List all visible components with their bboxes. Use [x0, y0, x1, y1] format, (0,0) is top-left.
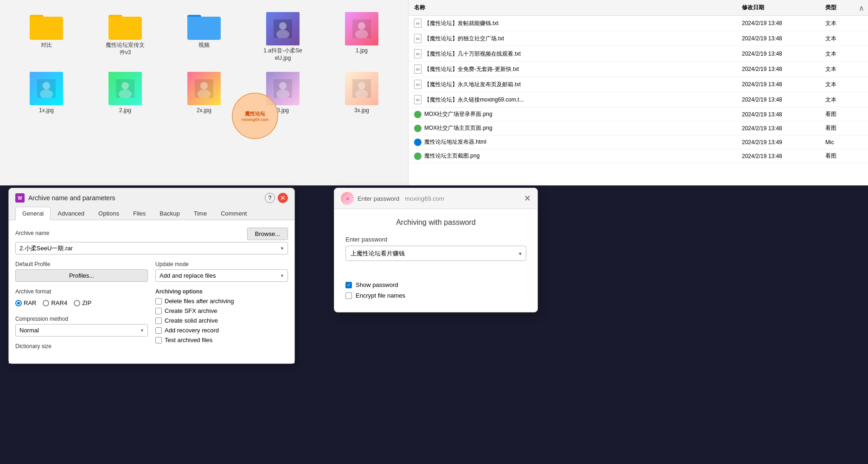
svg-point-4 [358, 22, 365, 30]
profiles-button[interactable]: Profiles... [15, 269, 148, 282]
col-header-name: 名称 [414, 4, 742, 12]
update-mode-wrapper: Add and replace files [155, 269, 288, 282]
image-thumb-1xjpg [30, 72, 63, 105]
png-icon-6 [414, 111, 421, 118]
update-mode-group: Update mode Add and replace files [155, 261, 288, 282]
show-password-checkbox[interactable] [345, 282, 352, 288]
archiving-options-group: Archiving options Delete files after arc… [155, 288, 288, 343]
folder-item-moxing[interactable]: 魔性论坛宣传文件v3 [88, 9, 162, 64]
file-label-seeu: 1.a抖音-小柔SeeU.jpg [262, 47, 304, 62]
checkbox-solid[interactable]: Create solid archive [155, 317, 288, 324]
password-dialog-body: Archiving with password Enter password ▼… [334, 209, 537, 312]
file-item-2jpg[interactable]: 2.jpg [88, 69, 162, 117]
archive-format-radio-group: RAR RAR4 ZIP [15, 297, 148, 309]
archive-dialog-tabs: General Advanced Options Files Backup Ti… [9, 203, 294, 220]
checkbox-test[interactable]: Test archived files [155, 337, 288, 343]
checkbox-icon-sfx [155, 308, 162, 314]
help-button[interactable]: ? [265, 193, 275, 203]
file-row-6[interactable]: MOX社交广场登录界面.png 2024/2/19 13:48 看图 [408, 108, 868, 121]
tab-general[interactable]: General [15, 207, 51, 220]
checkbox-delete-files[interactable]: Delete files after archiving [155, 298, 288, 305]
file-name-9: 魔性论坛主页截图.png [414, 152, 742, 160]
file-name-2: txt 【魔性论坛】几十万部视频在线观看.txt [414, 49, 742, 58]
tab-files[interactable]: Files [126, 207, 153, 220]
file-item-3xjpg[interactable]: 3x.jpg [325, 69, 399, 117]
file-row-9[interactable]: 魔性论坛主页截图.png 2024/2/19 13:48 看图 [408, 149, 868, 163]
password-dialog-close[interactable]: ✕ [524, 193, 531, 203]
enter-password-title: Enter password [357, 195, 399, 202]
radio-rar[interactable]: RAR [15, 299, 36, 306]
radio-rar4[interactable]: RAR4 [43, 299, 67, 306]
radio-zip[interactable]: ZIP [74, 299, 91, 306]
password-dialog-titlebar: 🌸 Enter password moxing69.com ✕ [334, 188, 537, 209]
file-item-2xjpg[interactable]: 2x.jpg [167, 69, 241, 117]
txt-icon-1: txt [414, 34, 421, 43]
archive-name-label: Archive name [15, 230, 49, 236]
tab-comment[interactable]: Comment [214, 207, 254, 220]
tab-backup[interactable]: Backup [153, 207, 186, 220]
checkbox-recovery[interactable]: Add recovery record [155, 327, 288, 334]
folder-item-compare[interactable]: 对比 [9, 9, 83, 64]
checkbox-sfx[interactable]: Create SFX archive [155, 307, 288, 314]
file-name-3: txt 【魔性论坛】全免费-无套路-更新快.txt [414, 64, 742, 74]
file-row-5[interactable]: txt 【魔性论坛】永久链接moxing69.com.t... 2024/2/1… [408, 92, 868, 108]
tab-options[interactable]: Options [91, 207, 126, 220]
col-header-date: 修改日期 [742, 4, 825, 12]
file-row-0[interactable]: txt 【魔性论坛】发帖就能赚钱.txt 2024/2/19 13:48 文本 [408, 16, 868, 31]
password-spacer [345, 267, 526, 281]
svg-point-19 [358, 82, 365, 89]
show-password-row[interactable]: Show password [345, 281, 526, 288]
file-list-panel: ∧ 名称 修改日期 类型 txt 【魔性论坛】发帖就能赚钱.txt 2024/2… [408, 0, 868, 185]
close-button[interactable]: ✕ [278, 193, 288, 203]
winrar-title-icon: W [15, 193, 25, 203]
folder-icon-yellow2 [108, 12, 142, 40]
file-item-1jpg[interactable]: 1.jpg [325, 9, 399, 64]
svg-point-13 [200, 82, 208, 89]
checkbox-icon-recovery [155, 327, 162, 334]
archive-dialog-titlebar: W Archive name and parameters ? ✕ [9, 188, 294, 203]
folder-icon-blue [187, 12, 221, 40]
file-label-3xjpg: 3x.jpg [354, 107, 369, 114]
file-row-3[interactable]: txt 【魔性论坛】全免费-无套路-更新快.txt 2024/2/19 13:4… [408, 62, 868, 77]
svg-point-16 [279, 82, 287, 89]
file-label-1xjpg: 1x.jpg [39, 107, 54, 114]
right-col: Update mode Add and replace files Archiv… [155, 261, 288, 356]
folder-item-video[interactable]: 视频 [167, 9, 241, 64]
file-item-seeu[interactable]: 1.a抖音-小柔SeeU.jpg [246, 9, 320, 64]
file-row-8[interactable]: 魔性论坛地址发布器.html 2024/2/19 13:49 Mic [408, 135, 868, 149]
svg-point-7 [43, 82, 50, 89]
col-header-type: 类型 [825, 4, 862, 12]
password-dialog: 🌸 Enter password moxing69.com ✕ Archivin… [334, 188, 538, 312]
password-input[interactable] [345, 246, 526, 261]
checkbox-label-delete: Delete files after archiving [165, 298, 234, 305]
file-name-4: txt 【魔性论坛】永久地址发布页及邮箱.txt [414, 80, 742, 89]
file-name-0: txt 【魔性论坛】发帖就能赚钱.txt [414, 19, 742, 28]
txt-icon-4: txt [414, 80, 421, 89]
archive-name-wrapper: ▼ [15, 242, 288, 254]
txt-icon-0: txt [414, 19, 421, 28]
checkbox-label-test: Test archived files [165, 337, 212, 343]
svg-point-1 [279, 22, 287, 30]
file-row-1[interactable]: txt 【魔性论坛】的独立社交广场.txt 2024/2/19 13:48 文本 [408, 31, 868, 46]
update-mode-select[interactable]: Add and replace files [155, 269, 288, 282]
tab-advanced[interactable]: Advanced [51, 207, 91, 220]
collapse-button[interactable]: ∧ [859, 4, 864, 13]
radio-label-zip: ZIP [82, 299, 91, 306]
archiving-options-title: Archiving options [155, 288, 288, 295]
browse-button[interactable]: Browse... [247, 228, 288, 240]
png-icon-9 [414, 153, 421, 160]
archive-dialog: W Archive name and parameters ? ✕ Genera… [8, 188, 295, 364]
password-dialog-title-left: 🌸 Enter password moxing69.com [341, 192, 444, 205]
archive-name-input[interactable] [15, 242, 288, 254]
encrypt-filenames-row[interactable]: Encrypt file names [345, 292, 526, 299]
file-row-2[interactable]: txt 【魔性论坛】几十万部视频在线观看.txt 2024/2/19 13:48… [408, 46, 868, 62]
checkbox-label-recovery: Add recovery record [165, 327, 219, 334]
file-row-4[interactable]: txt 【魔性论坛】永久地址发布页及邮箱.txt 2024/2/19 13:48… [408, 77, 868, 92]
file-item-3jpg[interactable]: 3.jpg [246, 69, 320, 117]
compression-select[interactable]: Normal [15, 324, 148, 337]
tab-time[interactable]: Time [187, 207, 214, 220]
encrypt-filenames-checkbox[interactable] [345, 292, 352, 299]
archiving-with-password-title: Archiving with password [345, 218, 526, 227]
file-row-7[interactable]: MOX社交广场主页页面.png 2024/2/19 13:48 看图 [408, 121, 868, 135]
file-item-1xjpg[interactable]: 1x.jpg [9, 69, 83, 117]
